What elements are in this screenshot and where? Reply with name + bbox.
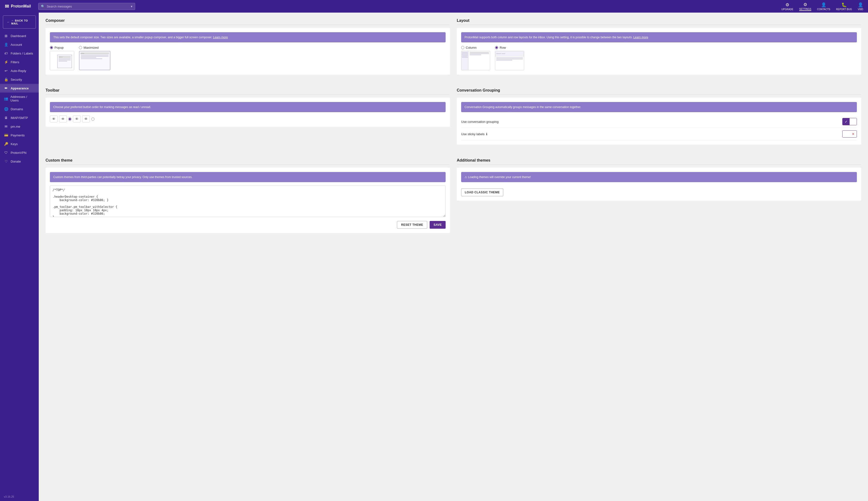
search-bar[interactable]: 🔍 ▾ [38, 3, 135, 10]
rb2 [496, 58, 523, 59]
use-grouping-toggle[interactable]: ✓ [842, 118, 857, 125]
donate-icon: ♡ [4, 159, 8, 163]
toolbar-btn-2[interactable]: 👁 [59, 116, 67, 122]
sidebar-item-payments[interactable]: 💳 Payments [0, 131, 39, 140]
sidebar-item-pm-me[interactable]: ✉ pm.me [0, 122, 39, 131]
additional-themes-block: Loading themes will override your curren… [457, 168, 861, 201]
logo-icon: ✉ [5, 3, 9, 9]
composer-option-popup[interactable]: Popup [50, 46, 74, 70]
additional-themes-warning-text: Loading themes will override your curren… [468, 175, 531, 179]
row-top [495, 51, 524, 56]
l1 [462, 52, 468, 53]
l4 [462, 56, 468, 56]
sidebar-item-dashboard[interactable]: ⊞ Dashboard [0, 32, 39, 40]
sticky-toggle-x[interactable]: ✕ [849, 130, 857, 137]
conversation-grouping-info: Conversation Grouping automatically grou… [461, 102, 857, 112]
sidebar-item-addresses-users[interactable]: 👥 Addresses / Users [0, 93, 39, 105]
composer-options: Popup [50, 46, 446, 70]
l3 [462, 54, 468, 55]
nav-report-bug[interactable]: 🐛 REPORT BUG [836, 2, 852, 11]
vpn-icon: 🛡 [4, 151, 8, 154]
sidebar-item-label: Appearance [11, 86, 29, 90]
additional-themes-title: Additional themes [457, 158, 861, 165]
l2 [462, 53, 468, 54]
composer-maximized-label[interactable]: Maximized [79, 46, 99, 50]
use-grouping-label: Use conversation grouping [461, 120, 499, 124]
sidebar-item-folders-labels[interactable]: 🏷 Folders / Labels [0, 49, 39, 58]
use-sticky-toggle[interactable]: ✕ [842, 130, 857, 138]
toggle-on-btn[interactable]: ✓ [843, 118, 849, 125]
composer-info-link[interactable]: Learn more [213, 35, 228, 39]
col-left [462, 51, 469, 70]
dot1 [59, 57, 60, 57]
layout-column-preview [461, 51, 490, 70]
layout-info: ProtonMail supports both column and row … [461, 32, 857, 42]
custom-theme-section: Custom theme Custom themes from third-pa… [45, 158, 450, 233]
layout-row-label[interactable]: Row [495, 46, 506, 50]
layout-option-column[interactable]: Column [461, 46, 490, 70]
sidebar-item-appearance[interactable]: ✏ Appearance [0, 84, 39, 93]
line3 [58, 61, 67, 62]
toggle-off-btn[interactable] [849, 118, 857, 125]
sidebar-item-imap-smtp[interactable]: 🖥 IMAP/SMTP [0, 114, 39, 122]
sidebar-item-auto-reply[interactable]: ↩ Auto-Reply [0, 66, 39, 75]
sidebar-item-protonvpn[interactable]: 🛡 ProtonVPN [0, 148, 39, 157]
custom-theme-textarea[interactable] [50, 185, 446, 217]
sidebar-item-security[interactable]: 🔒 Security [0, 75, 39, 84]
layout-column-label[interactable]: Column [461, 46, 477, 50]
line4 [81, 58, 102, 59]
composer-max-preview [79, 51, 110, 70]
sidebar-item-label: Auto-Reply [11, 69, 26, 73]
l5 [462, 57, 468, 58]
sticky-toggle-off[interactable] [843, 130, 849, 137]
dot3 [62, 57, 62, 57]
sidebar-version: v3.16.25 [0, 492, 39, 501]
layout-info-link[interactable]: Learn more [633, 35, 648, 39]
toolbar-btn-1[interactable]: 👁 [50, 116, 58, 122]
reset-theme-button[interactable]: RESET THEME [397, 221, 427, 229]
composer-option-maximized[interactable]: Maximized [79, 46, 110, 70]
r1 [470, 52, 489, 53]
composer-maximized-radio[interactable] [79, 46, 82, 49]
toolbar-radio-1[interactable] [68, 117, 72, 121]
rb1 [496, 57, 523, 58]
search-input[interactable] [47, 4, 129, 8]
top-nav: ✉ ProtonMail 🔍 ▾ ⚙ UPGRADE ⚙ SETTINGS 👤 … [0, 0, 868, 13]
save-theme-button[interactable]: SAVE [430, 221, 446, 229]
rt2 [501, 53, 505, 54]
sidebar-item-domains[interactable]: 🌐 Domains [0, 105, 39, 114]
toolbar-radio-2[interactable] [91, 117, 95, 121]
toolbar-title: Toolbar [45, 88, 450, 95]
nav-contacts[interactable]: 👤 CONTACTS [817, 2, 830, 11]
sidebar-item-account[interactable]: 👤 Account [0, 40, 39, 49]
max-bar [80, 52, 109, 54]
sidebar: ← ← BACK TO MAIL ⊞ Dashboard 👤 Account 🏷… [0, 13, 39, 501]
nav-user[interactable]: 👤 V0ID [858, 2, 863, 11]
nav-settings[interactable]: ⚙ SETTINGS [799, 2, 811, 11]
layout-column-text: Column [466, 46, 477, 50]
sidebar-item-filters[interactable]: ⚡ Filters [0, 58, 39, 66]
composer-popup-label[interactable]: Popup [50, 46, 64, 50]
dot3 [83, 53, 84, 54]
layout-column-radio[interactable] [461, 46, 464, 49]
toolbar-info: Choose your preferred button order for m… [50, 102, 446, 112]
nav-upgrade-label: UPGRADE [781, 8, 793, 11]
nav-upgrade[interactable]: ⚙ UPGRADE [781, 2, 793, 11]
toolbar-btn-4[interactable]: 👁 [82, 116, 90, 122]
main-layout: ← ← BACK TO MAIL ⊞ Dashboard 👤 Account 🏷… [0, 13, 868, 501]
sidebar-item-label: Keys [11, 142, 18, 146]
toolbar-btn-3[interactable]: 👁 [73, 116, 81, 122]
sidebar-item-label: Filters [11, 60, 19, 64]
payments-icon: 💳 [4, 133, 8, 137]
layout-option-row[interactable]: Row [495, 46, 524, 70]
layout-row-radio[interactable] [495, 46, 498, 49]
custom-theme-block: Custom themes from third-parties can pot… [45, 168, 450, 233]
dot1 [81, 53, 82, 54]
upgrade-icon: ⚙ [785, 2, 789, 8]
back-to-mail-button[interactable]: ← ← BACK TO MAIL [3, 15, 36, 29]
load-classic-theme-button[interactable]: LOAD CLASSIC THEME [461, 189, 503, 196]
sidebar-item-donate[interactable]: ♡ Donate [0, 157, 39, 166]
sidebar-item-keys[interactable]: 🔑 Keys [0, 140, 39, 148]
pm-me-icon: ✉ [4, 125, 8, 128]
composer-popup-radio[interactable] [50, 46, 53, 49]
